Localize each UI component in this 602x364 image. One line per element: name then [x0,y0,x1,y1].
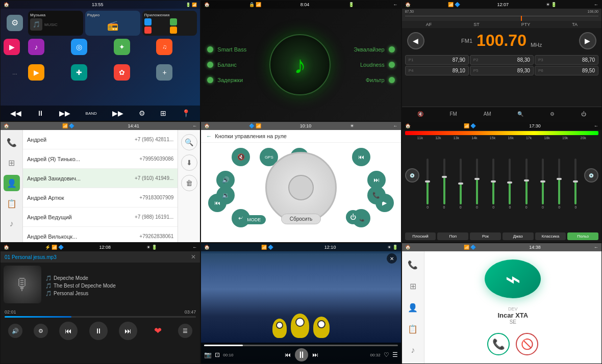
power-radio-btn[interactable]: ⏻ [581,111,586,117]
eq-band-6[interactable]: 0 [503,142,517,209]
preset-classic-btn[interactable]: Классика [535,232,566,240]
app-pink[interactable]: ▶ [4,39,20,55]
recent-tab[interactable]: 📋 [4,195,20,212]
preset-jazz-btn[interactable]: Джаз [503,232,534,240]
back-icon-9[interactable]: ← [594,245,598,250]
radio-next-btn[interactable]: ▶ [579,32,596,49]
eq-thumb-6[interactable] [507,181,512,184]
eq-thumb-7[interactable] [524,179,529,181]
preset-user-btn[interactable]: Польз [567,232,598,240]
next-btn-1[interactable]: ▶▶ [59,109,70,117]
preset-p1[interactable]: P1 87,90 [405,55,469,65]
prev-track-btn[interactable]: ⏮ [59,322,78,340]
vol-btn[interactable]: 🔊 [8,324,22,338]
video-playlist-btn[interactable]: ☰ [392,351,398,358]
eq-band-5[interactable]: 0 [486,142,501,209]
player-close-btn[interactable]: ✕ [191,253,196,261]
screenshot-btn[interactable]: 📷 [204,351,212,358]
delete-contacts-btn[interactable]: 🗑 [181,175,197,191]
preset-p3[interactable]: P3 88,70 [535,55,598,65]
eq-band-10[interactable]: 0 [568,142,583,209]
bt-decline-btn[interactable]: 🚫 [516,333,538,355]
back-arrow-5[interactable]: ← [206,133,212,139]
radio-prev-btn[interactable]: ◀ [407,32,424,49]
eq-band-4[interactable]: 0 [469,142,484,209]
contact-item-0[interactable]: Андрей +7 (985) 42811... [23,130,178,149]
eq-band-2[interactable]: 0 [437,142,451,209]
fm-mode-btn[interactable]: FM [449,111,457,117]
pause-btn[interactable]: ⏸ [89,322,108,340]
back-icon-7[interactable]: ← [192,245,197,250]
sw-reset-btn[interactable]: Сбросить [281,214,321,224]
eq-thumb-8[interactable] [540,180,545,183]
people-tab[interactable]: 👤 [4,175,20,191]
playlist-btn[interactable]: ☰ [178,324,192,338]
eq-thumb-5[interactable] [491,180,496,183]
af-tab[interactable]: AF [426,22,432,27]
contact-item-2[interactable]: Андрей Захидович... +7 (910) 41949... [23,169,178,188]
search-radio-btn[interactable]: 🔍 [517,111,523,117]
app-teal[interactable]: ✚ [71,64,87,81]
eq-thumb-10[interactable] [573,180,578,183]
video-close-btn[interactable]: ✕ [387,253,397,264]
filter-option[interactable]: Фильтр [366,77,395,83]
search-contacts-btn[interactable]: 🔍 [181,134,197,150]
back-icon-4[interactable]: ← [192,123,197,128]
contact-item-4[interactable]: Андрей Ведущий +7 (988) 16191... [23,207,178,227]
eq-thumb-1[interactable] [425,180,430,183]
bt-dialpad-tab[interactable]: ⊞ [405,278,421,294]
video-next-btn[interactable]: ⏭ [312,351,318,358]
app-settings[interactable]: ⚙ [4,11,26,36]
back-icon-6[interactable]: ← [594,123,598,128]
progress-bar-track[interactable] [5,316,196,318]
apps-card-widget[interactable]: Приложения [142,11,197,36]
fwd-btn[interactable]: ▶▶ [112,109,123,117]
eq-band-1[interactable]: 0 [420,142,435,209]
app-blue[interactable]: ◎ [71,39,87,55]
eq-band-8[interactable]: 0 [535,142,550,209]
app-red[interactable]: ✿ [114,64,130,81]
bt-people-tab[interactable]: 👤 [405,299,421,316]
video-pause-btn[interactable]: ⏸ [295,348,308,361]
eq-band-9[interactable]: 0 [552,142,567,209]
eq-thumb-9[interactable] [557,178,562,180]
video-prev-btn[interactable]: ⏮ [285,351,291,358]
equalizer-option[interactable]: Эквалайзер [354,46,394,53]
music-card-widget[interactable]: Музыка 🎵 MUSIC [28,11,83,36]
app-orange[interactable]: ♫ [156,39,172,55]
pty-tab[interactable]: PTY [521,22,531,27]
app-amber[interactable]: ▶ [28,64,44,81]
next-track-btn[interactable]: ⏭ [119,322,137,340]
st-tab[interactable]: ST [473,22,480,27]
location-btn[interactable]: 📍 [182,109,190,117]
app-purple[interactable]: ♪ [28,39,44,55]
prev-btn-1[interactable]: ◀◀ [10,109,21,117]
loudness-option[interactable]: Loudness [360,62,395,68]
music-tab-contacts[interactable]: ♪ [4,216,20,232]
ratio-btn[interactable]: ⊡ [215,351,220,358]
bt-music-tab[interactable]: ♪ [405,342,421,358]
back-icon-2[interactable]: ← [393,2,398,7]
eq-thumb-2[interactable] [442,176,447,178]
ta-tab[interactable]: TA [572,22,578,27]
preset-p2[interactable]: P2 88,30 [470,55,534,65]
mute-btn[interactable]: 🔇 [417,111,423,117]
calls-tab[interactable]: 📞 [4,134,20,150]
play-btn-1[interactable]: ⏸ [37,109,44,117]
preset-pop-btn[interactable]: Поп [437,232,468,240]
sw-prev-call-btn[interactable]: ⏮ [352,148,370,166]
sw-mute-btn[interactable]: 🔇 [232,148,250,166]
eq-band-3[interactable]: 0 [453,142,468,209]
back-icon-5[interactable]: ← [393,123,398,128]
eq-thumb-4[interactable] [474,178,480,180]
back-icon-3[interactable]: ← [594,2,598,7]
app-green[interactable]: ✦ [114,39,130,55]
bt-recent-tab[interactable]: 📋 [405,321,421,337]
delay-option[interactable]: Задержки [207,77,246,83]
band-btn[interactable]: BAND [86,111,97,116]
smart-bass-option[interactable]: Smart Bass [207,46,246,53]
eq-radio-btn[interactable]: ⚙ [550,111,555,117]
eq-band-7[interactable]: 0 [519,142,534,209]
preset-p4[interactable]: P4 89,10 [405,66,469,75]
download-contacts-btn[interactable]: ⬇ [181,154,197,171]
